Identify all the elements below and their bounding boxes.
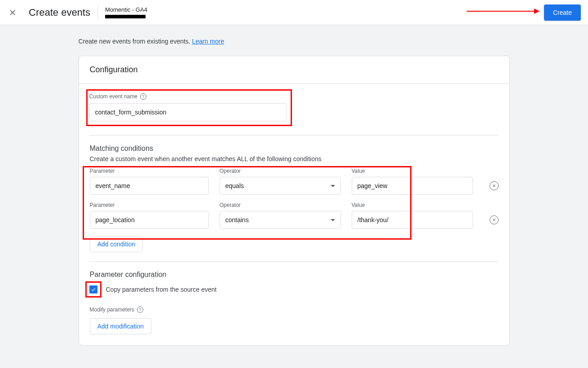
copy-params-row: Copy parameters from the source event (90, 281, 499, 298)
chevron-down-icon (331, 219, 335, 221)
parameter-input[interactable] (90, 177, 209, 195)
operator-label: Operator (220, 202, 341, 208)
create-button[interactable]: Create (544, 4, 581, 21)
conditions-wrapper: Parameter Operator equals Value (90, 168, 499, 229)
stream-name: Momentic - GA4 (105, 6, 147, 13)
custom-event-name-input[interactable] (89, 103, 287, 121)
highlight-checkbox (85, 281, 102, 298)
add-condition-button[interactable]: Add condition (90, 236, 143, 252)
parameter-label: Parameter (90, 202, 209, 208)
page-title: Create events (29, 7, 90, 18)
copy-params-checkbox[interactable] (89, 285, 97, 294)
intro-body: Create new events from existing events. (79, 38, 192, 45)
operator-select[interactable]: contains (220, 211, 341, 229)
custom-event-name-label: Custom event name ? (89, 93, 287, 100)
divider (90, 135, 499, 136)
condition-row: Parameter Operator equals Value (90, 168, 499, 195)
help-icon[interactable]: ? (137, 307, 143, 313)
operator-select[interactable]: equals (220, 177, 341, 195)
value-input[interactable] (352, 211, 473, 229)
header-bar: Create events Momentic - GA4 Create (0, 0, 588, 25)
add-modification-button[interactable]: Add modification (90, 318, 152, 334)
value-label: Value (352, 168, 473, 174)
matching-subtitle: Create a custom event when another event… (90, 155, 499, 162)
value-label: Value (352, 202, 473, 208)
chevron-down-icon (331, 185, 335, 187)
highlight-custom-event-name: Custom event name ? (86, 89, 292, 126)
copy-params-label: Copy parameters from the source event (106, 286, 217, 293)
remove-condition-icon[interactable] (490, 181, 499, 190)
remove-condition-icon[interactable] (490, 215, 499, 224)
close-icon[interactable] (7, 7, 18, 18)
stream-info: Momentic - GA4 (105, 6, 147, 18)
param-config-title: Parameter configuration (90, 271, 499, 279)
operator-label: Operator (220, 168, 341, 174)
modify-params-label: Modify parameters ? (90, 307, 499, 313)
condition-row: Parameter Operator contains Value (90, 202, 499, 229)
parameter-input[interactable] (90, 211, 209, 229)
matching-title: Matching conditions (90, 145, 499, 153)
divider (90, 261, 499, 262)
annotation-arrow (467, 11, 539, 12)
help-icon[interactable]: ? (140, 93, 146, 100)
value-input[interactable] (352, 177, 473, 195)
stream-id-redacted (105, 15, 146, 18)
content-area: Create new events from existing events. … (0, 25, 588, 346)
divider (97, 5, 98, 20)
learn-more-link[interactable]: Learn more (192, 38, 224, 45)
intro-text: Create new events from existing events. … (79, 38, 510, 45)
parameter-label: Parameter (90, 168, 209, 174)
card-header: Configuration (79, 56, 509, 84)
configuration-card: Configuration Custom event name ? Matchi… (79, 56, 510, 346)
